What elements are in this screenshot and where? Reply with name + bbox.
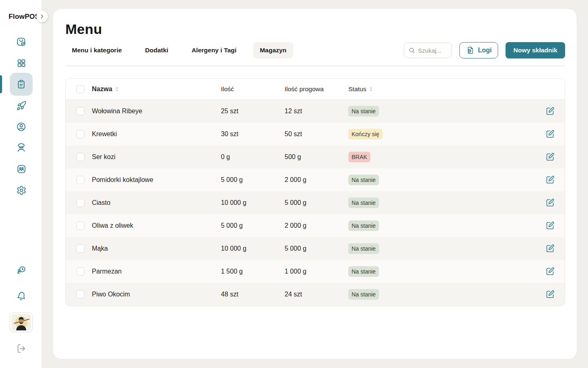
logout-icon [16,343,27,354]
sidebar-item-dashboard[interactable] [10,52,33,74]
ingredient-quantity: 48 szt [221,291,285,298]
sidebar-collapse-button[interactable] [36,11,48,22]
grid-icon [16,58,27,68]
sidebar-item-orders[interactable] [10,30,33,53]
edit-button[interactable] [546,153,555,162]
table-header-row: Nazwa Ilość Ilość progowa Status [66,79,565,100]
edit-pencil-icon [546,198,555,207]
edit-pencil-icon [546,267,555,276]
chevron-right-icon [39,13,45,20]
status-badge: Na stanie [348,289,379,300]
toolbar: Menu i kategorie Dodatki Alergeny i Tagi… [65,42,565,58]
main-card: Menu Menu i kategorie Dodatki Alergeny i… [53,9,577,359]
ingredient-quantity: 0 g [221,153,285,161]
row-checkbox[interactable] [76,107,85,115]
row-checkbox[interactable] [76,245,85,253]
logs-button[interactable]: N Logi [459,42,499,58]
status-badge: Na stanie [348,220,379,231]
ingredient-threshold: 12 szt [285,108,348,115]
sidebar-item-history[interactable] [10,258,33,281]
sidebar-item-settings[interactable] [10,179,33,202]
avatar-photo [11,314,31,330]
tab-dodatki[interactable]: Dodatki [138,42,175,58]
ingredient-quantity: 1 500 g [221,268,285,275]
status-badge: Na stanie [348,197,379,209]
clipboard-icon [16,79,27,90]
edit-button[interactable] [546,244,555,253]
row-checkbox[interactable] [76,130,85,138]
sidebar-item-logout[interactable] [10,337,33,360]
ingredient-name: Mąka [92,245,221,252]
search-icon [408,47,415,54]
select-all-checkbox[interactable] [76,85,85,93]
tab-alergeny-i-tagi[interactable]: Alergeny i Tagi [185,42,243,58]
edit-pencil-icon [546,244,555,253]
ingredient-quantity: 5 000 g [221,176,285,184]
ingredient-threshold: 2 000 g [285,222,348,229]
toolbar-divider [65,65,565,66]
ingredient-threshold: 50 szt [285,130,348,138]
new-ingredient-label: Nowy składnik [513,47,557,54]
edit-button[interactable] [546,221,555,230]
sort-icon [115,86,119,92]
sidebar-item-menu[interactable] [10,73,33,96]
search-box[interactable] [404,43,452,58]
tab-magazyn[interactable]: Magazyn [253,42,293,58]
page-title: Menu [65,21,102,37]
ingredient-name: Piwo Okocim [92,291,221,298]
row-checkbox[interactable] [76,199,85,207]
ingredient-name: Parmezan [92,268,221,275]
tab-menu-i-kategorie[interactable]: Menu i kategorie [65,42,128,58]
row-checkbox[interactable] [76,153,85,161]
chef-icon [16,142,27,153]
sidebar-item-promotions[interactable] [10,94,33,117]
new-ingredient-button[interactable]: Nowy składnik [506,42,565,58]
user-avatar[interactable] [10,312,33,332]
search-input[interactable] [418,47,448,54]
status-badge: Na stanie [348,243,379,254]
sidebar-item-notifications[interactable] [10,285,33,307]
status-badge: Na stanie [348,266,379,277]
gear-icon [16,185,27,195]
column-header-nazwa[interactable]: Nazwa [92,85,221,93]
bell-icon [16,290,27,302]
table-body: Wołowina Ribeye 25 szt 12 szt Na stanie … [66,100,565,306]
ingredient-quantity: 5 000 g [221,222,285,229]
sidebar-item-account[interactable] [10,115,33,138]
ingredient-name: Ciasto [92,199,221,206]
edit-button[interactable] [546,107,555,116]
ingredient-quantity: 10 000 g [221,245,285,252]
toolbar-actions: N Logi Nowy składnik [404,42,565,58]
row-checkbox[interactable] [76,222,85,230]
edit-button[interactable] [546,198,555,207]
table-row: Mąka 10 000 g 5 000 g Na stanie [66,237,565,260]
edit-button[interactable] [546,290,555,299]
edit-button[interactable] [546,175,555,184]
bag-check-icon [16,36,27,47]
row-checkbox[interactable] [76,290,85,298]
svg-text:N: N [469,50,470,52]
edit-button[interactable] [546,267,555,276]
status-badge: BRAK [348,152,370,163]
edit-pencil-icon [546,130,555,139]
ingredient-name: Wołowina Ribeye [92,108,221,115]
edit-pencil-icon [546,175,555,184]
edit-pencil-icon [546,107,555,116]
column-header-status[interactable]: Status [348,85,530,93]
row-checkbox[interactable] [76,267,85,276]
sidebar-item-kitchen[interactable] [10,136,33,159]
edit-button[interactable] [546,130,555,139]
user-clock-icon [16,265,27,275]
sidebar-item-team[interactable] [10,157,33,180]
user-circle-icon [16,121,27,132]
tab-bar: Menu i kategorie Dodatki Alergeny i Tagi… [65,42,293,58]
ingredient-name: Oliwa z oliwek [92,222,221,229]
ingredient-threshold: 1 000 g [285,268,348,275]
status-badge: Na stanie [348,175,379,186]
column-header-ilosc: Ilość [221,85,285,93]
logs-button-label: Logi [478,47,492,54]
row-checkbox[interactable] [76,176,85,184]
edit-pencil-icon [546,290,555,299]
column-header-ilosc-progowa: Ilość progowa [285,85,348,93]
ingredient-threshold: 500 g [285,153,348,161]
